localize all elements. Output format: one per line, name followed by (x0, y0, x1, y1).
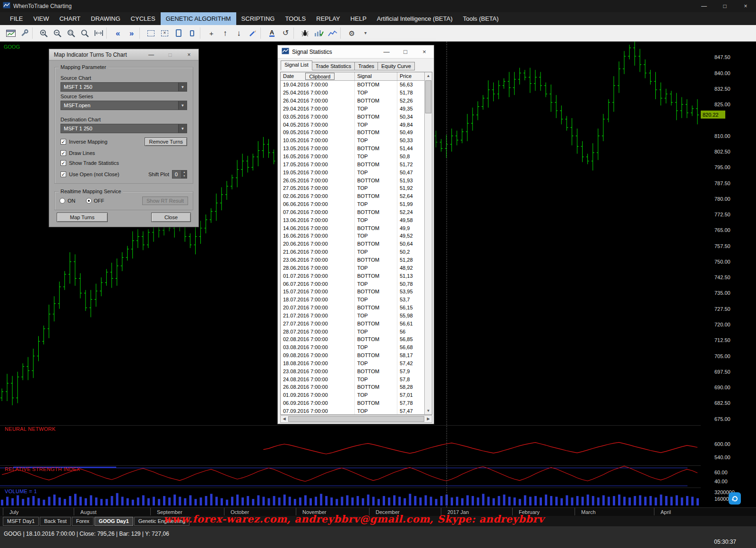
scrollbar-thumb[interactable] (425, 80, 431, 113)
pencil-icon[interactable] (246, 26, 259, 40)
gear-chart-icon[interactable]: ⚙ (345, 26, 359, 40)
destination-chart-select[interactable]: MSFT 1 250 ▼ (60, 124, 187, 133)
window-minimize-button[interactable]: — (694, 0, 714, 12)
signal-row[interactable]: 24.08.2016 7:00:00TOP57,8 (281, 375, 424, 383)
signal-row[interactable]: 26.05.2016 7:00:00BOTTOM51,93 (281, 176, 424, 184)
shift-plot-spinner[interactable]: 0 ▲▼ (172, 170, 187, 179)
signal-row[interactable]: 15.07.2016 7:00:00BOTTOM53,95 (281, 288, 424, 296)
signal-dialog-maximize-button[interactable]: □ (396, 45, 415, 59)
signal-row[interactable]: 23.06.2016 7:00:00BOTTOM51,28 (281, 256, 424, 264)
signal-row[interactable]: 18.08.2016 7:00:00TOP57,42 (281, 360, 424, 368)
horizontal-scrollbar[interactable]: ◀ ▶ (280, 415, 432, 423)
chevron-down-icon[interactable]: ▼ (178, 101, 187, 110)
tablet-icon[interactable] (172, 26, 185, 40)
scrollbar-thumb[interactable] (288, 416, 424, 422)
tab-trades[interactable]: Trades (354, 62, 378, 70)
window-maximize-button[interactable]: □ (714, 0, 735, 12)
spinner-buttons[interactable]: ▲▼ (181, 171, 187, 178)
signal-row[interactable]: 01.07.2016 7:00:00BOTTOM51,13 (281, 272, 424, 280)
source-series-select[interactable]: MSFT.open ▼ (60, 101, 187, 110)
chart-tab-forex[interactable]: Forex (72, 517, 94, 526)
window-close-button[interactable]: × (735, 0, 756, 12)
map-dialog-close-button[interactable]: × (180, 49, 198, 60)
select-region-icon[interactable] (144, 26, 158, 40)
map-dialog-minimize-button[interactable]: — (142, 49, 161, 60)
signal-row[interactable]: 06.09.2016 7:00:00BOTTOM57,78 (281, 399, 424, 407)
use-open-checkbox[interactable]: ✓ (60, 171, 66, 177)
signal-row[interactable]: 07.06.2016 7:00:00BOTTOM52,24 (281, 208, 424, 216)
signal-row[interactable]: 06.07.2016 7:00:00TOP50,78 (281, 280, 424, 288)
scroll-right-icon[interactable]: » (125, 26, 138, 40)
signal-row[interactable]: 04.05.2016 7:00:00TOP49,84 (281, 120, 424, 128)
scroll-down-icon[interactable]: ▼ (425, 407, 432, 414)
zoom-region-icon[interactable] (64, 26, 78, 40)
fit-width-icon[interactable] (92, 26, 105, 40)
neural-network-pane[interactable] (0, 425, 701, 465)
scroll-right-icon[interactable]: ▶ (425, 416, 432, 422)
signal-row[interactable]: 01.09.2016 7:00:00TOP57,01 (281, 391, 424, 399)
wrench-icon[interactable] (17, 26, 31, 40)
menu-help[interactable]: HELP (345, 12, 372, 25)
column-header-signal[interactable]: Signal (355, 72, 397, 80)
scroll-left-icon[interactable]: « (111, 26, 125, 40)
menu-tools[interactable]: TOOLS (280, 12, 311, 25)
signal-dialog-close-button[interactable]: × (415, 45, 434, 59)
chart-check-icon[interactable] (312, 26, 326, 40)
inverse-mapping-checkbox[interactable]: ✓ (60, 139, 66, 145)
scroll-left-icon[interactable]: ◀ (281, 416, 288, 422)
menu-view[interactable]: VIEW (28, 12, 54, 25)
signal-row[interactable]: 23.08.2016 7:00:00BOTTOM57,9 (281, 367, 424, 375)
map-dialog-titlebar[interactable]: Map Indicator Turns To Chart — □ × (49, 49, 198, 60)
zoom-reset-icon[interactable] (78, 26, 92, 40)
signal-row[interactable]: 10.05.2016 7:00:00TOP50,33 (281, 137, 424, 145)
menu-replay[interactable]: REPLAY (311, 12, 345, 25)
signal-row[interactable]: 29.04.2016 7:00:00TOP49,35 (281, 105, 424, 113)
bug-icon[interactable] (298, 26, 312, 40)
clear-region-icon[interactable]: × (158, 26, 172, 40)
column-header-price[interactable]: Price (397, 72, 424, 80)
clipboard-button[interactable]: Clipboard (305, 73, 335, 80)
signal-row[interactable]: 19.05.2016 7:00:00TOP50,47 (281, 168, 424, 176)
chart-tab-msft-day1[interactable]: MSFT Day1 (3, 517, 39, 526)
arrow-up-icon[interactable]: ↑ (218, 26, 232, 40)
vertical-scrollbar[interactable]: ▲ ▼ (424, 72, 432, 414)
signal-dialog-titlebar[interactable]: Signal Statistics — □ × (278, 45, 434, 59)
signal-row[interactable]: 03.05.2016 7:00:00BOTTOM50,34 (281, 112, 424, 120)
signal-row[interactable]: 28.07.2016 7:00:00TOP56 (281, 327, 424, 335)
signal-row[interactable]: 19.04.2016 7:00:00BOTTOM56,63 (281, 81, 424, 89)
show-trade-statistics-checkbox[interactable]: ✓ (60, 160, 66, 166)
menu-tools-beta-[interactable]: Tools (BETA) (458, 12, 504, 25)
signal-row[interactable]: 13.06.2016 7:00:00TOP49,58 (281, 216, 424, 224)
tab-equity-curve[interactable]: Equity Curve (378, 62, 415, 70)
dropdown-icon[interactable]: ▾ (359, 26, 372, 40)
volume-pane[interactable] (0, 488, 701, 507)
signal-row[interactable]: 20.06.2016 7:00:00BOTTOM50,64 (281, 240, 424, 248)
map-turns-button[interactable]: Map Turns (57, 213, 108, 222)
menu-cycles[interactable]: CYCLES (126, 12, 161, 25)
zoom-out-icon[interactable] (51, 26, 64, 40)
signal-row[interactable]: 02.06.2016 7:00:00BOTTOM52,64 (281, 192, 424, 200)
signal-dialog-minimize-button[interactable]: — (377, 45, 396, 59)
signal-row[interactable]: 17.05.2016 7:00:00BOTTOM51,72 (281, 160, 424, 168)
menu-file[interactable]: FILE (5, 12, 28, 25)
signal-row[interactable]: 20.07.2016 7:00:00BOTTOM56,15 (281, 304, 424, 312)
rsi-pane[interactable] (0, 465, 701, 488)
zoom-in-icon[interactable] (37, 26, 51, 40)
sync-badge-icon[interactable] (729, 492, 741, 505)
signal-row[interactable]: 21.07.2016 7:00:00TOP55,98 (281, 311, 424, 319)
chevron-down-icon[interactable]: ▼ (178, 83, 187, 91)
signal-row[interactable]: 26.04.2016 7:00:00BOTTOM52,26 (281, 97, 424, 105)
signal-row[interactable]: 09.05.2016 7:00:00BOTTOM50,49 (281, 128, 424, 137)
line-chart-icon[interactable] (326, 26, 339, 40)
signal-row[interactable]: 27.05.2016 7:00:00TOP51,92 (281, 184, 424, 192)
plus-icon[interactable]: + (205, 26, 218, 40)
signal-row[interactable]: 21.06.2016 7:00:00TOP50,2 (281, 248, 424, 256)
draw-lines-checkbox[interactable]: ✓ (60, 150, 66, 156)
scroll-up-icon[interactable]: ▲ (425, 72, 432, 79)
chart-tab-goog-day1[interactable]: GOOG Day1 (94, 517, 133, 526)
chart-window-icon[interactable] (4, 26, 17, 40)
arrow-down-icon[interactable]: ↓ (232, 26, 246, 40)
tab-trade-statistics[interactable]: Trade Statistics (312, 62, 355, 70)
menu-drawing[interactable]: DRAWING (86, 12, 125, 25)
signal-row[interactable]: 16.05.2016 7:00:00TOP50,8 (281, 153, 424, 161)
